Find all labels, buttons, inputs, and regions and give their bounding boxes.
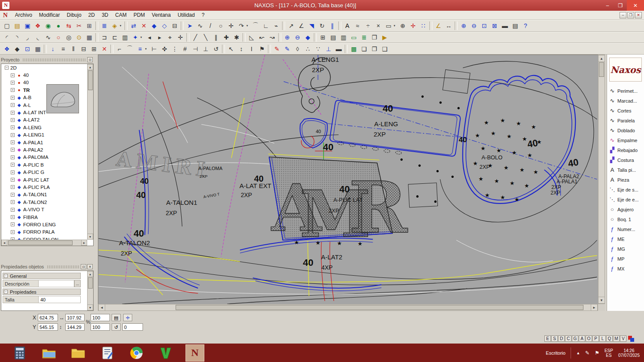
triangle-cut-icon[interactable]: ◺ [246, 33, 257, 42]
rebajado-tool[interactable]: ▞Rebajado [607, 145, 644, 155]
quick-letter-d[interactable]: D [558, 335, 565, 342]
tree-item-a-leng[interactable]: +◆A-LENG [1, 124, 87, 131]
zoom-in-icon[interactable]: ⊕ [459, 21, 469, 30]
next-piece-icon[interactable]: ▸ [155, 33, 165, 42]
canvas-horizontal-scrollbar[interactable]: ◄ ► [98, 304, 598, 311]
cascade-icon[interactable]: ❏ [359, 44, 369, 54]
rotate-icon[interactable]: ↻ [317, 21, 327, 30]
expand-icon[interactable]: + [11, 155, 15, 159]
offset-in-icon[interactable]: ⊐ [99, 33, 109, 42]
action-center-flag-icon[interactable]: ⚑ [595, 350, 599, 356]
spline-icon[interactable]: ⌒ [250, 21, 261, 30]
tree-item-forro-talon[interactable]: +◆FORRO TALON [1, 236, 87, 240]
zoom-window-icon[interactable]: ⊡ [479, 21, 489, 30]
mx-tool[interactable]: ƒMX [607, 264, 644, 274]
dots-down-icon[interactable]: ∵ [313, 44, 323, 54]
star-mark-icon[interactable]: ✱ [231, 33, 242, 42]
menu-3d[interactable]: 3D [98, 11, 112, 19]
rectangle-dropdown-icon[interactable]: ▾ [394, 24, 398, 27]
rotation-button[interactable]: ↺ [112, 323, 121, 331]
divide-icon[interactable]: ÷ [363, 21, 373, 30]
pattern-tool-icon[interactable]: ▥ [120, 33, 130, 42]
drawing-canvas[interactable]: AMIRIAMRA-LENG12XP40A-LENG2XP40A-BOLO2XP… [98, 55, 598, 304]
text-icon[interactable]: A [342, 21, 352, 30]
circle-icon[interactable]: ○ [216, 21, 226, 30]
grid-points-icon[interactable]: ∷ [418, 21, 428, 30]
arc-icon[interactable]: ↷ [236, 21, 246, 30]
pen-red-icon[interactable]: ✎ [272, 44, 282, 54]
tree-item-a-plic-lat[interactable]: +◆A-PLIC LAT [1, 176, 87, 183]
quick-letter-v[interactable]: V [620, 335, 626, 342]
notch-icon[interactable]: ↗ [286, 21, 296, 30]
tree-item-a-plic-b[interactable]: +◆A-PLIC B [1, 161, 87, 168]
tree-item-fibra[interactable]: +◆FIBRA [1, 213, 87, 221]
delete-icon[interactable]: ✕ [139, 21, 149, 30]
arrow-move-icon[interactable]: ↖ [226, 44, 236, 54]
mirror-icon[interactable]: ⊟ [170, 21, 180, 30]
tree-item-a-plic-g[interactable]: +◆A-PLIC G [1, 168, 87, 176]
multi-piece-icon[interactable]: ❖ [2, 44, 12, 54]
expand-icon[interactable]: + [11, 208, 15, 212]
menu-archivo[interactable]: Archivo [12, 11, 36, 19]
ellipse-tool-icon[interactable]: ◎ [64, 33, 74, 42]
desktop-button[interactable]: Escritorio [546, 350, 565, 356]
expand-icon[interactable]: + [11, 111, 15, 115]
scale-x-input[interactable] [91, 314, 110, 321]
tile-horizontal-icon[interactable]: ⊟ [79, 44, 89, 54]
menu-2d[interactable]: 2D [85, 11, 98, 19]
swap-pieces-icon[interactable]: ⇄ [128, 21, 139, 30]
talla-pieza-tool[interactable]: ATalla pi... [607, 165, 644, 175]
move-cross-icon[interactable]: ✜ [159, 44, 170, 54]
piece-a-leng[interactable] [330, 100, 460, 156]
menu-cam[interactable]: CAM [112, 11, 130, 19]
drawing-canvas-area[interactable]: AMIRIAMRA-LENG12XP40A-LENG2XP40A-BOLO2XP… [98, 55, 598, 304]
pieza-tool[interactable]: APieza [607, 175, 644, 185]
texture-icon[interactable]: ▦ [33, 44, 43, 54]
mdi-minimize-button[interactable]: – [620, 12, 626, 18]
curve-left-icon[interactable]: ↜ [257, 33, 267, 42]
expand-icon[interactable]: + [11, 96, 15, 100]
tree-vertical-scrollbar[interactable]: ▲ ▼ [87, 64, 93, 240]
rows-list-icon[interactable]: ≡ [58, 44, 68, 54]
quick-letter-a[interactable]: A [579, 335, 585, 342]
snap-points-dropdown-icon[interactable]: ▾ [140, 36, 144, 39]
expand-icon[interactable]: + [11, 185, 15, 189]
costura-tool[interactable]: ▞Costura [607, 155, 644, 165]
properties-close-button[interactable]: ✕ [87, 264, 93, 269]
quick-letter-e[interactable]: E [544, 335, 551, 342]
target-point-icon[interactable]: ⌖ [165, 33, 175, 42]
canvas-hscroll-thumb[interactable] [176, 305, 583, 310]
corner-arc-4-icon[interactable]: ◟ [33, 33, 43, 42]
expand-icon[interactable]: + [11, 81, 15, 85]
numerar-tool[interactable]: ƒNumer... [607, 224, 644, 234]
run-icon[interactable]: ● [53, 21, 64, 30]
dots-up-icon[interactable]: ∴ [303, 44, 313, 54]
zigzag-icon[interactable]: ⌁ [271, 21, 281, 30]
windows-tile-icon[interactable]: ❐ [369, 33, 380, 42]
expand-icon[interactable]: + [11, 163, 15, 167]
project-manager-icon[interactable]: ❖ [33, 21, 43, 30]
pen-blue-icon[interactable]: ✎ [282, 44, 292, 54]
menu-pdm[interactable]: PDM [130, 11, 149, 19]
flag-notch-icon[interactable]: ⚑ [257, 44, 267, 54]
offset-icon[interactable]: ∥ [327, 21, 337, 30]
text-editor-icon[interactable] [98, 344, 117, 362]
forward-gold-icon[interactable]: ▶ [380, 33, 390, 42]
expand-icon[interactable]: + [11, 215, 15, 219]
angle-icon[interactable]: ∠ [296, 21, 307, 30]
props-scroll-thumb[interactable] [88, 277, 93, 289]
language-indicator[interactable]: ESP ES [605, 348, 613, 358]
menu-utilidad[interactable]: Utilidad [174, 11, 198, 19]
eje-simetria-tool[interactable]: ⋱Eje de s... [607, 185, 644, 195]
sheet-2-icon[interactable]: ▥ [338, 33, 349, 42]
height-input[interactable] [65, 323, 85, 331]
piece-filled-icon[interactable]: ◆ [149, 21, 159, 30]
quick-letter-m[interactable]: M [613, 335, 620, 342]
mp-tool[interactable]: ƒMP [607, 254, 644, 264]
curve-right-icon[interactable]: ↝ [267, 33, 277, 42]
naxos-app-icon[interactable]: N [185, 344, 204, 362]
marquee-icon[interactable]: ⊡ [22, 44, 33, 54]
tree-horizontal-scrollbar[interactable]: ◄ ► [1, 240, 87, 246]
ruler-icon[interactable]: ▬ [500, 21, 510, 30]
anchor-base-icon[interactable]: ⊥ [200, 44, 211, 54]
